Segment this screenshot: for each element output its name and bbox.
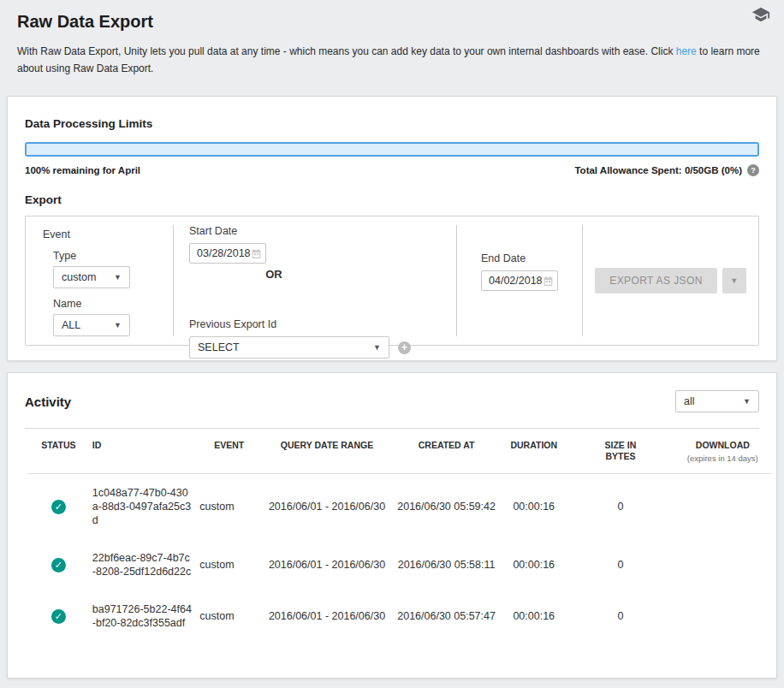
size-cell: 0: [567, 474, 674, 540]
activity-filter-value: all: [684, 395, 695, 407]
status-cell: ✓: [28, 539, 89, 590]
event-type-value: custom: [62, 271, 96, 283]
here-link[interactable]: here: [676, 45, 697, 57]
status-cell: ✓: [28, 590, 89, 642]
col-size-in-bytes: SIZE IN BYTES: [567, 429, 674, 474]
event-type-select[interactable]: custom ▼: [53, 266, 130, 288]
limits-title: Data Processing Limits: [25, 117, 759, 130]
allowance-label: Total Allowance Spent: 0/50GB (0%): [574, 165, 742, 175]
export-as-json-button[interactable]: EXPORT AS JSON: [595, 268, 717, 294]
export-form: Event Type custom ▼ Name ALL ▼ Start Dat…: [25, 216, 759, 346]
status-cell: ✓: [28, 474, 89, 540]
end-date-label: End Date: [481, 252, 582, 264]
chevron-down-icon: ▼: [114, 273, 122, 282]
page-header: Raw Data Export With Raw Data Export, Un…: [0, 0, 784, 77]
allowance-label-group: Total Allowance Spent: 0/50GB (0%) ?: [574, 164, 759, 176]
table-row: ✓ 22bf6eac-89c7-4b7c-8208-25df12d6d22c c…: [28, 539, 771, 590]
event-section: Event Type custom ▼ Name ALL ▼: [26, 216, 173, 345]
chevron-down-icon: ▼: [743, 397, 751, 406]
type-label: Type: [53, 250, 173, 262]
end-date-section: End Date 04/02/2018: [457, 216, 582, 345]
calendar-icon[interactable]: [251, 248, 262, 259]
event-cell: custom: [196, 474, 262, 540]
data-allowance-progress-bar: [25, 142, 759, 157]
table-row: ✓ ba971726-5b22-4f64-bf20-82dc3f355adf c…: [28, 590, 771, 642]
activity-title: Activity: [25, 394, 71, 409]
or-label: OR: [174, 268, 374, 281]
limits-labels-row: 100% remaining for April Total Allowance…: [25, 164, 759, 176]
progress-fill: [27, 144, 757, 155]
export-format-dropdown-button[interactable]: ▼: [722, 268, 746, 294]
event-label: Event: [43, 228, 173, 240]
col-download: DOWNLOAD (expires in 14 days): [674, 429, 771, 474]
export-action-section: EXPORT AS JSON ▼: [583, 216, 758, 345]
description-text-before: With Raw Data Export, Unity lets you pul…: [17, 45, 676, 57]
chevron-down-icon: ▼: [373, 343, 381, 352]
event-name-value: ALL: [62, 319, 80, 331]
download-cell: [674, 590, 771, 642]
activity-table: STATUS ID EVENT QUERY DATE RANGE CREATED…: [28, 429, 771, 642]
col-duration: DURATION: [501, 429, 567, 474]
duration-cell: 00:00:16: [501, 474, 567, 540]
data-processing-limits-card: Data Processing Limits 100% remaining fo…: [7, 96, 777, 361]
download-cell: [674, 539, 771, 590]
remaining-label: 100% remaining for April: [25, 165, 140, 175]
previous-export-value: SELECT: [198, 341, 240, 353]
created-at-cell: 2016/06/30 05:58:11: [392, 539, 501, 590]
name-label: Name: [53, 298, 173, 310]
duration-cell: 00:00:16: [501, 539, 567, 590]
end-date-value: 04/02/2018: [489, 275, 543, 287]
id-cell: 22bf6eac-89c7-4b7c-8208-25df12d6d22c: [89, 539, 196, 590]
download-expiry-note: (expires in 14 days): [678, 453, 768, 464]
add-icon[interactable]: +: [398, 341, 411, 354]
col-event: EVENT: [196, 429, 262, 474]
query-date-range-cell: 2016/06/01 - 2016/06/30: [262, 474, 392, 540]
query-date-range-cell: 2016/06/01 - 2016/06/30: [262, 590, 392, 642]
dates-section: Start Date 03/28/2018 OR Previous Export…: [174, 216, 456, 345]
col-download-label: DOWNLOAD: [696, 440, 750, 450]
help-icon[interactable]: ?: [747, 164, 759, 176]
col-status: STATUS: [28, 429, 89, 474]
event-name-select[interactable]: ALL ▼: [53, 314, 130, 336]
check-circle-icon: ✓: [51, 609, 66, 624]
start-date-label: Start Date: [189, 225, 456, 237]
previous-export-row: SELECT ▼ +: [189, 336, 456, 359]
start-date-input[interactable]: 03/28/2018: [189, 243, 266, 264]
start-date-value: 03/28/2018: [197, 247, 251, 259]
col-id: ID: [89, 429, 196, 474]
check-circle-icon: ✓: [51, 500, 66, 514]
event-cell: custom: [196, 590, 262, 642]
col-query-date-range: QUERY DATE RANGE: [262, 429, 392, 474]
calendar-icon[interactable]: [543, 276, 554, 287]
event-cell: custom: [196, 539, 262, 590]
id-cell: ba971726-5b22-4f64-bf20-82dc3f355adf: [89, 590, 196, 642]
activity-header: Activity all ▼: [8, 388, 776, 414]
check-circle-icon: ✓: [51, 558, 66, 572]
download-cell: [674, 474, 771, 540]
query-date-range-cell: 2016/06/01 - 2016/06/30: [262, 539, 392, 590]
created-at-cell: 2016/06/30 05:57:47: [392, 590, 501, 642]
page-title: Raw Data Export: [17, 12, 767, 32]
activity-filter-select[interactable]: all ▼: [675, 390, 759, 412]
table-header-row: STATUS ID EVENT QUERY DATE RANGE CREATED…: [28, 429, 771, 474]
chevron-down-icon: ▼: [114, 321, 122, 329]
school-icon[interactable]: [751, 5, 770, 24]
page-description: With Raw Data Export, Unity lets you pul…: [17, 43, 767, 77]
size-cell: 0: [567, 539, 674, 590]
size-cell: 0: [567, 590, 674, 642]
created-at-cell: 2016/06/30 05:59:42: [392, 474, 501, 540]
col-created-at: CREATED AT: [392, 429, 501, 474]
previous-export-select[interactable]: SELECT ▼: [189, 336, 389, 359]
activity-card: Activity all ▼ STATUS ID EVENT QUERY DAT…: [7, 372, 777, 679]
export-title: Export: [25, 193, 759, 206]
end-date-input[interactable]: 04/02/2018: [481, 270, 558, 291]
previous-export-label: Previous Export Id: [189, 318, 456, 330]
table-row: ✓ 1c048a77-47b0-430a-88d3-0497afa25c3d c…: [28, 474, 771, 540]
id-cell: 1c048a77-47b0-430a-88d3-0497afa25c3d: [89, 474, 196, 540]
duration-cell: 00:00:16: [501, 590, 567, 642]
